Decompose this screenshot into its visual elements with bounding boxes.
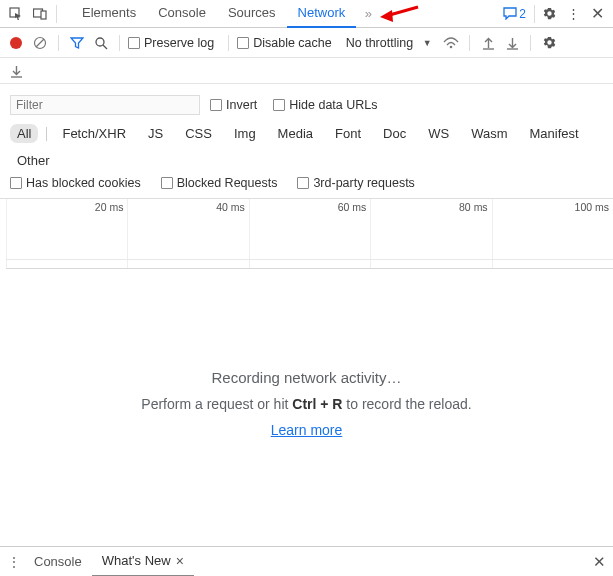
settings-gear-icon[interactable]: [539, 33, 559, 53]
devtools-tabbar: Elements Console Sources Network » 2 ⋮ ✕: [0, 0, 613, 28]
blocked-requests-label: Blocked Requests: [177, 176, 278, 190]
preserve-log-checkbox[interactable]: Preserve log: [128, 36, 214, 50]
svg-point-9: [450, 45, 453, 48]
dropdown-icon[interactable]: ▼: [417, 33, 437, 53]
hide-data-urls-checkbox[interactable]: Hide data URLs: [273, 98, 377, 112]
import-har-icon[interactable]: [478, 33, 498, 53]
filter-input[interactable]: [10, 95, 200, 115]
settings-icon[interactable]: [539, 4, 559, 24]
learn-more-link[interactable]: Learn more: [271, 422, 343, 438]
panel-tabs: Elements Console Sources Network: [71, 0, 356, 28]
separator: [534, 5, 535, 23]
filter-icon[interactable]: [67, 33, 87, 53]
timeline-track: [6, 259, 613, 260]
kebab-menu-icon[interactable]: ⋮: [563, 4, 583, 24]
separator: [469, 35, 470, 51]
close-devtools-icon[interactable]: ✕: [587, 4, 607, 24]
type-manifest[interactable]: Manifest: [522, 124, 585, 143]
throttling-select[interactable]: No throttling: [346, 36, 413, 50]
separator: [530, 35, 531, 51]
blocked-cookies-checkbox[interactable]: Has blocked cookies: [10, 176, 141, 190]
disable-cache-checkbox[interactable]: Disable cache: [237, 36, 332, 50]
separator: [58, 35, 59, 51]
blocked-requests-checkbox[interactable]: Blocked Requests: [161, 176, 278, 190]
timeline-tick: 80 ms: [459, 201, 488, 213]
export-har-icon[interactable]: [502, 33, 522, 53]
download-icon[interactable]: [6, 61, 26, 81]
type-other[interactable]: Other: [10, 151, 57, 170]
type-doc[interactable]: Doc: [376, 124, 413, 143]
close-drawer-icon[interactable]: ✕: [589, 552, 609, 572]
drawer-tab-label: What's New: [102, 553, 171, 568]
inspect-icon[interactable]: [6, 4, 26, 24]
type-wasm[interactable]: Wasm: [464, 124, 514, 143]
type-fetch[interactable]: Fetch/XHR: [55, 124, 133, 143]
invert-checkbox[interactable]: Invert: [210, 98, 257, 112]
drawer-tab-console[interactable]: Console: [24, 548, 92, 575]
feedback-count: 2: [519, 7, 526, 21]
third-party-label: 3rd-party requests: [313, 176, 414, 190]
invert-label: Invert: [226, 98, 257, 112]
tab-elements[interactable]: Elements: [71, 0, 147, 28]
resource-type-filters: All Fetch/XHR JS CSS Img Media Font Doc …: [0, 120, 613, 172]
type-font[interactable]: Font: [328, 124, 368, 143]
drawer: ⋮ Console What's New × ✕: [0, 546, 613, 576]
disable-cache-label: Disable cache: [253, 36, 332, 50]
close-tab-icon[interactable]: ×: [176, 553, 184, 569]
empty-subtitle: Perform a request or hit Ctrl + R to rec…: [141, 396, 471, 412]
svg-line-6: [36, 39, 44, 47]
type-img[interactable]: Img: [227, 124, 263, 143]
third-party-checkbox[interactable]: 3rd-party requests: [297, 176, 414, 190]
clear-icon[interactable]: [30, 33, 50, 53]
separator: [46, 127, 47, 141]
type-media[interactable]: Media: [271, 124, 320, 143]
separator: [56, 5, 57, 23]
timeline-tick: 60 ms: [338, 201, 367, 213]
drawer-kebab-icon[interactable]: ⋮: [4, 552, 24, 572]
tab-network[interactable]: Network: [287, 0, 357, 28]
device-toggle-icon[interactable]: [30, 4, 50, 24]
svg-point-7: [96, 38, 104, 46]
network-toolbar: Preserve log Disable cache No throttling…: [0, 28, 613, 58]
tab-sources[interactable]: Sources: [217, 0, 287, 28]
filter-row: Invert Hide data URLs: [0, 90, 613, 120]
timeline-tick: 100 ms: [575, 201, 609, 213]
type-js[interactable]: JS: [141, 124, 170, 143]
svg-line-8: [103, 45, 107, 49]
svg-rect-2: [41, 11, 46, 19]
type-ws[interactable]: WS: [421, 124, 456, 143]
tab-console[interactable]: Console: [147, 0, 217, 28]
type-all[interactable]: All: [10, 124, 38, 143]
separator: [228, 35, 229, 51]
separator: [119, 35, 120, 51]
timeline-tick: 40 ms: [216, 201, 245, 213]
search-icon[interactable]: [91, 33, 111, 53]
timeline-tick: 20 ms: [95, 201, 124, 213]
shortcut-text: Ctrl + R: [292, 396, 342, 412]
preserve-log-label: Preserve log: [144, 36, 214, 50]
more-tabs-icon[interactable]: »: [358, 4, 378, 24]
feedback-badge[interactable]: 2: [503, 7, 526, 21]
empty-state: Recording network activity… Perform a re…: [0, 269, 613, 537]
network-toolbar-2: [0, 58, 613, 84]
drawer-tab-whatsnew[interactable]: What's New ×: [92, 547, 194, 577]
empty-title: Recording network activity…: [211, 369, 401, 386]
record-button[interactable]: [6, 33, 26, 53]
network-conditions-icon[interactable]: [441, 33, 461, 53]
type-css[interactable]: CSS: [178, 124, 219, 143]
extra-filters: Has blocked cookies Blocked Requests 3rd…: [0, 172, 613, 199]
timeline-overview[interactable]: 20 ms 40 ms 60 ms 80 ms 100 ms: [6, 199, 613, 269]
hide-data-urls-label: Hide data URLs: [289, 98, 377, 112]
blocked-cookies-label: Has blocked cookies: [26, 176, 141, 190]
